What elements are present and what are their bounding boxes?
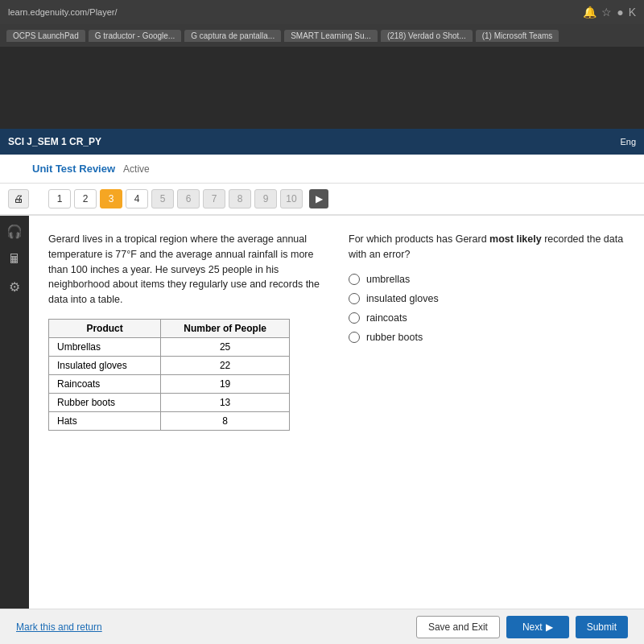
page-6[interactable]: 6 bbox=[177, 189, 200, 208]
next-button[interactable]: Next ▶ bbox=[506, 616, 569, 638]
tab-captura[interactable]: G captura de pantalla... bbox=[184, 30, 281, 42]
extension-icon[interactable]: K bbox=[629, 6, 636, 19]
radio-umbrellas[interactable] bbox=[349, 274, 360, 285]
radio-rubber-boots[interactable] bbox=[349, 332, 360, 343]
table-cell-count-2: 19 bbox=[161, 374, 290, 393]
option-rubber-boots[interactable]: rubber boots bbox=[349, 332, 625, 343]
page-9[interactable]: 9 bbox=[254, 189, 277, 208]
language-label: Eng bbox=[620, 137, 636, 147]
options-list: umbrellas insulated gloves raincoats bbox=[349, 274, 625, 343]
option-label-insulated-gloves: insulated gloves bbox=[366, 293, 439, 304]
section-title: Unit Test Review bbox=[32, 163, 115, 175]
option-umbrellas[interactable]: umbrellas bbox=[349, 274, 625, 285]
page-5[interactable]: 5 bbox=[151, 189, 174, 208]
profile-icon[interactable]: ● bbox=[617, 6, 623, 19]
radio-raincoats[interactable] bbox=[349, 312, 360, 324]
browser-action-icons: 🔔 ☆ ● K bbox=[583, 6, 636, 19]
settings-icon[interactable]: ⚙ bbox=[9, 279, 20, 295]
page-2[interactable]: 2 bbox=[74, 189, 97, 208]
page-7[interactable]: 7 bbox=[203, 189, 225, 208]
url-text: learn.edgenuity.com/Player/ bbox=[8, 7, 118, 17]
table-row: Raincoats 19 bbox=[49, 374, 290, 393]
tab-ocps[interactable]: OCPS LaunchPad bbox=[6, 30, 85, 42]
table-cell-product-4: Hats bbox=[49, 411, 161, 430]
option-label-raincoats: raincoats bbox=[366, 312, 407, 324]
course-title: SCI J_SEM 1 CR_PY bbox=[8, 136, 101, 147]
bottom-buttons: Save and Exit Next ▶ Submit bbox=[416, 616, 628, 638]
question-body: Gerard lives in a tropical region where … bbox=[48, 232, 625, 592]
table-row: Hats 8 bbox=[49, 411, 290, 430]
question-passage: Gerard lives in a tropical region where … bbox=[48, 232, 324, 308]
table-header-product: Product bbox=[49, 319, 161, 337]
print-button[interactable]: 🖨 bbox=[8, 189, 29, 208]
tab-microsoft[interactable]: (1) Microsoft Teams bbox=[476, 30, 559, 42]
option-label-umbrellas: umbrellas bbox=[366, 274, 410, 285]
option-raincoats[interactable]: raincoats bbox=[349, 312, 625, 324]
section-status: Active bbox=[123, 163, 150, 175]
tab-smart[interactable]: SMART Learning Su... bbox=[284, 30, 378, 42]
sidebar-left: 🎧 🖩 ⚙ bbox=[0, 216, 29, 609]
radio-insulated-gloves[interactable] bbox=[349, 293, 360, 304]
table-cell-count-0: 25 bbox=[161, 337, 290, 356]
option-insulated-gloves[interactable]: insulated gloves bbox=[349, 293, 625, 304]
pagination-row: 🖨 1 2 3 4 5 6 7 8 9 10 ▶ bbox=[0, 184, 644, 216]
notification-icon[interactable]: 🔔 bbox=[583, 6, 597, 19]
tab-verdad[interactable]: (218) Verdad o Shot... bbox=[381, 30, 473, 42]
option-label-rubber-boots: rubber boots bbox=[366, 332, 423, 343]
table-header-count: Number of People bbox=[161, 319, 290, 337]
bottom-bar: Mark this and return Save and Exit Next … bbox=[0, 609, 644, 644]
table-row: Umbrellas 25 bbox=[49, 337, 290, 356]
page-10[interactable]: 10 bbox=[280, 189, 303, 208]
answer-prompt: For which products has Gerard most likel… bbox=[349, 232, 625, 262]
table-cell-count-1: 22 bbox=[161, 356, 290, 374]
headphones-icon[interactable]: 🎧 bbox=[6, 224, 23, 239]
table-row: Insulated gloves 22 bbox=[49, 356, 290, 374]
question-right: For which products has Gerard most likel… bbox=[349, 232, 625, 592]
calculator-icon[interactable]: 🖩 bbox=[8, 252, 21, 266]
table-cell-product-1: Insulated gloves bbox=[49, 356, 161, 374]
table-cell-product-2: Raincoats bbox=[49, 374, 161, 393]
main-content-area: 🎧 🖩 ⚙ Gerard lives in a tropical region … bbox=[0, 216, 644, 609]
table-cell-product-0: Umbrellas bbox=[49, 337, 161, 356]
page-4[interactable]: 4 bbox=[126, 189, 148, 208]
table-cell-count-4: 8 bbox=[161, 411, 290, 430]
browser-chrome: learn.edgenuity.com/Player/ 🔔 ☆ ● K OCPS… bbox=[0, 0, 644, 129]
star-icon[interactable]: ☆ bbox=[601, 6, 612, 19]
app-container: SCI J_SEM 1 CR_PY Eng Unit Test Review A… bbox=[0, 129, 644, 644]
next-arrow-icon: ▶ bbox=[546, 621, 553, 633]
save-exit-button[interactable]: Save and Exit bbox=[416, 616, 500, 638]
question-area: Gerard lives in a tropical region where … bbox=[29, 216, 644, 609]
tab-traductor[interactable]: G traductor - Google... bbox=[89, 30, 182, 42]
next-page-arrow[interactable]: ▶ bbox=[309, 189, 328, 208]
submit-button[interactable]: Submit bbox=[576, 616, 628, 638]
page-3[interactable]: 3 bbox=[100, 189, 122, 208]
data-table: Product Number of People Umbrellas 25 In… bbox=[48, 319, 290, 431]
mark-return-link[interactable]: Mark this and return bbox=[16, 621, 102, 633]
table-cell-count-3: 13 bbox=[161, 393, 290, 411]
bold-word: most likely bbox=[489, 233, 542, 245]
sub-nav: Unit Test Review Active bbox=[0, 155, 644, 184]
table-row: Rubber boots 13 bbox=[49, 393, 290, 411]
table-cell-product-3: Rubber boots bbox=[49, 393, 161, 411]
page-1[interactable]: 1 bbox=[48, 189, 71, 208]
top-nav: SCI J_SEM 1 CR_PY Eng bbox=[0, 129, 644, 155]
browser-tab-bar: OCPS LaunchPad G traductor - Google... G… bbox=[0, 24, 644, 47]
question-left: Gerard lives in a tropical region where … bbox=[48, 232, 324, 592]
page-8[interactable]: 8 bbox=[229, 189, 251, 208]
address-bar: learn.edgenuity.com/Player/ 🔔 ☆ ● K bbox=[0, 0, 644, 24]
